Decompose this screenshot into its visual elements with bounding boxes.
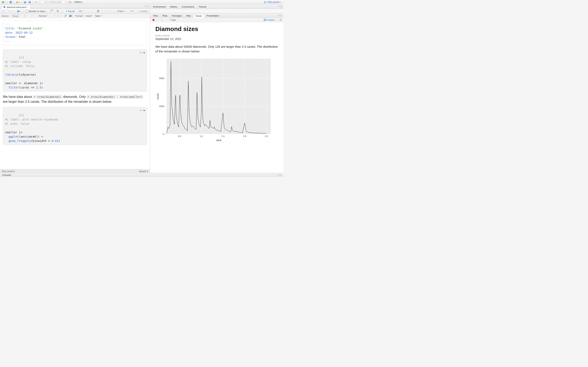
tab-environment[interactable]: Environment xyxy=(151,5,168,8)
svg-text:2.5: 2.5 xyxy=(265,135,268,137)
addins-menu[interactable]: Addins ▾ xyxy=(73,0,84,4)
maximize-console-icon[interactable]: ◻ xyxy=(280,174,281,176)
edit-button[interactable]: ✎ Edit xyxy=(169,18,176,21)
svg-rect-10 xyxy=(36,2,37,3)
render-button[interactable]: ➜Render xyxy=(64,9,77,13)
publish-button[interactable]: Publish ▾ xyxy=(264,18,276,21)
svg-text:2.0: 2.0 xyxy=(243,135,246,137)
new-doc-icon[interactable]: ▾ xyxy=(1,1,6,4)
close-tab-icon[interactable]: × xyxy=(27,6,28,8)
maximize-viewer-icon[interactable]: ◻ xyxy=(281,14,282,16)
maximize-pane-icon[interactable]: ◻ xyxy=(147,5,149,7)
viewer-document: Diamond sizes PUBLISHED September 12, 20… xyxy=(150,22,283,173)
link-icon[interactable]: 🔗 xyxy=(64,15,67,17)
svg-point-27 xyxy=(265,20,265,20)
doc-paragraph: We have data about 53940 diamonds. Only … xyxy=(155,44,278,54)
italic-icon[interactable]: I xyxy=(28,15,28,17)
svg-text:count: count xyxy=(156,93,159,99)
svg-text:R: R xyxy=(264,1,266,3)
tab-presentation[interactable]: Presentation xyxy=(204,14,222,17)
freqpoly-chart: 0.51.01.52.02.50 -1000 -2000 -caratcount xyxy=(155,57,274,142)
published-date: September 12, 2022 xyxy=(155,37,278,41)
open-icon[interactable]: ▾ xyxy=(15,1,21,4)
save-icon[interactable] xyxy=(23,1,27,4)
viewer-toolbar: 🗋 ✎ Edit Publish ▾ ⟳ xyxy=(150,18,283,22)
file-tab-strip: diamond-sizes.qmd × ▭ ◻ xyxy=(0,4,150,9)
tab-history[interactable]: History xyxy=(168,5,180,8)
scope-selector[interactable]: (Top Level) ⇅ xyxy=(2,170,15,173)
inline-code: r nrow(diamonds) - nrow(smaller) xyxy=(86,95,143,99)
publish-menu-icon[interactable]: ↻ ▾ xyxy=(130,9,134,13)
insert-menu[interactable]: Insert ▾ xyxy=(86,15,93,17)
code-chunk-plot[interactable]: ≡▾ ▶ {r} #| label: plot-smaller-diamonds… xyxy=(3,107,147,145)
viewer-tab-strip: Files Plots Packages Help Viewer Present… xyxy=(150,13,283,18)
tab-files[interactable]: Files xyxy=(151,14,160,17)
clear-icon[interactable]: 🗋 xyxy=(160,18,164,21)
numbered-list-icon[interactable]: 1≡ xyxy=(57,15,60,17)
doc-type-selector[interactable]: Quarto ⇅ xyxy=(139,170,148,173)
run-above-icon[interactable]: ≡▾ xyxy=(139,51,142,54)
back-icon[interactable]: ⟸ xyxy=(1,9,6,13)
new-project-icon[interactable] xyxy=(9,1,13,4)
print-icon[interactable] xyxy=(34,1,38,4)
tab-help[interactable]: Help xyxy=(184,14,193,17)
nav-up-icon[interactable]: ⇧ xyxy=(104,9,108,13)
run-button[interactable]: ➔Run ▾ xyxy=(116,9,126,13)
bullet-list-icon[interactable]: ⋮≡ xyxy=(52,15,55,17)
editor-body[interactable]: --- title: "Diamond sizes" date: 2022-09… xyxy=(0,18,150,169)
yaml-block[interactable]: --- title: "Diamond sizes" date: 2022-09… xyxy=(3,20,147,45)
run-chunk-icon[interactable]: ▶ xyxy=(144,51,145,54)
insert-chunk-icon[interactable] xyxy=(96,9,100,13)
minimize-pane-icon[interactable]: ▭ xyxy=(144,5,146,7)
outline-toggle[interactable]: ≡ Outline xyxy=(138,10,149,13)
stop-icon[interactable] xyxy=(152,19,155,21)
run-chunk-icon[interactable]: ▶ xyxy=(144,108,145,112)
minimize-viewer-icon[interactable]: ▭ xyxy=(278,14,280,16)
render-settings-icon[interactable]: ▾ xyxy=(78,9,84,13)
maximize-env-icon[interactable]: ◻ xyxy=(281,5,282,7)
svg-rect-13 xyxy=(69,2,69,3)
tab-packages[interactable]: Packages xyxy=(170,14,184,17)
tab-viewer[interactable]: Viewer xyxy=(193,14,204,18)
style-dropdown[interactable]: Normal ▾ xyxy=(39,15,47,17)
run-above-icon[interactable]: ≡▾ xyxy=(139,108,142,112)
tab-plots[interactable]: Plots xyxy=(160,14,169,17)
svg-point-22 xyxy=(80,11,80,11)
save-all-icon[interactable] xyxy=(27,1,32,4)
goto-placeholder: Go to file/function xyxy=(45,1,62,3)
grid-icon[interactable]: ▾ xyxy=(67,1,73,4)
image-icon[interactable]: ▾ xyxy=(69,15,73,17)
bold-icon[interactable]: B xyxy=(24,15,26,17)
doc-title: Diamond sizes xyxy=(155,25,278,33)
spellcheck-icon[interactable]: ABC✓ xyxy=(49,9,55,13)
tab-connections[interactable]: Connections xyxy=(180,5,196,8)
code-chunk-setup[interactable]: ≡▾ ▶ {r} #| label: setup #| include: fal… xyxy=(3,49,147,92)
format-menu[interactable]: Format ▾ xyxy=(75,15,84,17)
svg-text:0 -: 0 - xyxy=(163,133,165,135)
qmd-icon xyxy=(3,6,6,8)
save-doc-icon[interactable]: ▾ xyxy=(16,9,22,13)
table-menu[interactable]: Table ▾ xyxy=(95,15,102,17)
minimize-env-icon[interactable]: ▭ xyxy=(278,5,280,7)
nav-down-icon[interactable]: ⇩ xyxy=(109,9,112,13)
code-icon[interactable]: </> xyxy=(30,15,35,17)
file-tab[interactable]: diamond-sizes.qmd × xyxy=(1,5,30,9)
refresh-icon[interactable]: ⟳ xyxy=(279,18,282,21)
source-mode[interactable]: Source xyxy=(2,15,9,17)
goto-file-input[interactable]: ↗ Go to file/function xyxy=(41,0,65,4)
prose-paragraph[interactable]: We have data about r nrow(diamonds) diam… xyxy=(3,94,147,104)
render-on-save-checkbox[interactable]: Render on Save xyxy=(26,10,45,12)
tab-tutorial[interactable]: Tutorial xyxy=(196,5,208,8)
tab-console[interactable]: Console xyxy=(2,174,11,176)
find-icon[interactable] xyxy=(56,9,60,13)
svg-text:1.5: 1.5 xyxy=(222,135,225,137)
svg-rect-11 xyxy=(69,1,69,2)
fwd-icon[interactable]: ⟹ xyxy=(7,9,12,13)
svg-rect-12 xyxy=(70,1,70,2)
svg-text:1000 -: 1000 - xyxy=(159,105,165,107)
project-selector[interactable]: R r4ds-quarto ▾ xyxy=(264,1,283,3)
minimize-console-icon[interactable]: ▭ xyxy=(277,174,279,176)
visual-mode[interactable]: Visual xyxy=(11,15,20,17)
svg-rect-4 xyxy=(24,1,26,2)
svg-text:carat: carat xyxy=(216,139,222,142)
